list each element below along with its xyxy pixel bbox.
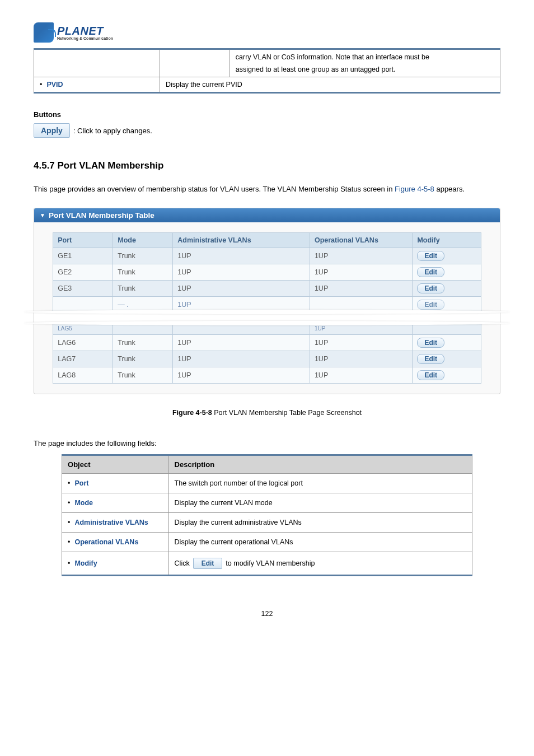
col-oper: Operational VLANs — [310, 232, 412, 248]
edit-button[interactable]: Edit — [417, 267, 444, 277]
modify-pre: Click — [175, 559, 190, 567]
apply-desc: : Click to apply changes. — [73, 127, 152, 135]
logo-tagline: Networking & Communication — [57, 36, 113, 40]
panel-title: Port VLAN Membership Table — [49, 211, 154, 220]
edit-button[interactable]: Edit — [417, 251, 444, 261]
cell-mode: Trunk — [113, 264, 173, 280]
fields-col-object: Object — [62, 455, 169, 473]
table-row: GE2Trunk1UP1UPEdit — [53, 264, 481, 280]
fields-row: •Administrative VLANsDisplay the current… — [62, 512, 472, 532]
cell-admin: 1UP — [173, 334, 310, 351]
cell-oper: 1UP — [310, 367, 412, 383]
membership-panel: ▼ Port VLAN Membership Table Port Mode A… — [34, 208, 500, 394]
field-desc: Display the current operational VLANs — [168, 532, 472, 552]
section-heading: 4.5.7 Port VLAN Membership — [34, 160, 500, 171]
cell-mode: Trunk — [113, 334, 173, 351]
cell-oper: 1UP — [310, 280, 412, 296]
cell-oper: 1UP — [310, 334, 412, 351]
buttons-heading: Buttons — [34, 110, 500, 119]
apply-button[interactable]: Apply — [34, 123, 70, 138]
modify-post: to modify VLAN membership — [226, 559, 315, 567]
cell-admin: 1UP — [173, 280, 310, 296]
desc-line2: assigned to at least one group as an unt… — [236, 66, 494, 73]
field-label: Mode — [74, 499, 93, 507]
field-label: Port — [74, 479, 88, 487]
col-mode: Mode — [113, 232, 173, 248]
edit-button[interactable]: Edit — [417, 354, 444, 364]
cell-oper: 1UP — [310, 248, 412, 264]
pvid-label: PVID — [46, 81, 63, 88]
fields-row: •ModeDisplay the current VLAN mode — [62, 493, 472, 512]
edit-button[interactable]: Edit — [417, 338, 444, 348]
cell-admin: 1UP — [173, 248, 310, 264]
cell-mode: Trunk — [113, 367, 173, 383]
cell-mode: Trunk — [113, 248, 173, 264]
page-number: 122 — [34, 610, 500, 618]
table-row: LAG8Trunk1UP1UPEdit — [53, 367, 481, 383]
cell-admin: 1UP — [173, 367, 310, 383]
cell-port: LAG7 — [53, 351, 113, 367]
edit-button[interactable]: Edit — [417, 370, 444, 380]
cell-mode: Trunk — [113, 351, 173, 367]
figure-caption: Figure 4-5-8 Port VLAN Membership Table … — [34, 409, 500, 417]
table-row: GE1Trunk1UP1UPEdit — [53, 248, 481, 264]
fields-row: •Operational VLANsDisplay the current op… — [62, 532, 472, 552]
cell-admin: 1UP — [173, 351, 310, 367]
cell-port: GE3 — [53, 280, 113, 296]
modify-label: Modify — [74, 559, 97, 567]
cell-admin: 1UP — [173, 264, 310, 280]
edit-button-inline[interactable]: Edit — [193, 558, 223, 569]
col-port: Port — [53, 232, 113, 248]
table-row: GE3Trunk1UP1UPEdit — [53, 280, 481, 296]
table-row: LAG6Trunk1UP1UPEdit — [53, 334, 481, 351]
edit-button[interactable]: Edit — [417, 283, 444, 293]
field-label: Operational VLANs — [74, 538, 138, 546]
fields-intro: The page includes the following fields: — [34, 439, 500, 447]
top-desc-table: carry VLAN or CoS information. Note that… — [34, 48, 500, 94]
desc-line1: carry VLAN or CoS information. Note that… — [236, 53, 494, 61]
fields-table: Object Description •PortThe switch port … — [62, 454, 472, 576]
vlan-table-top: Port Mode Administrative VLANs Operation… — [53, 232, 481, 312]
field-desc: Display the current administrative VLANs — [168, 512, 472, 532]
cell-port: GE1 — [53, 248, 113, 264]
torn-gap — [34, 311, 500, 324]
fields-col-desc: Description — [168, 455, 472, 473]
field-label: Administrative VLANs — [74, 519, 148, 526]
col-modify: Modify — [413, 232, 481, 248]
edit-button-fragment[interactable]: Edit — [417, 300, 444, 310]
logo-word: PLANET — [57, 25, 113, 36]
cell-port: LAG8 — [53, 367, 113, 383]
section-paragraph: This page provides an overview of member… — [34, 181, 500, 198]
pvid-desc: Display the current PVID — [160, 77, 500, 93]
cell-mode: Trunk — [113, 280, 173, 296]
field-desc: The switch port number of the logical po… — [168, 473, 472, 493]
logo: PLANET Networking & Communication — [34, 22, 500, 43]
cell-oper: 1UP — [310, 351, 412, 367]
chevron-down-icon: ▼ — [40, 212, 45, 218]
cell-port: GE2 — [53, 264, 113, 280]
field-desc: Display the current VLAN mode — [168, 493, 472, 512]
cell-oper: 1UP — [310, 264, 412, 280]
fields-row-modify: •Modify Click Edit to modify VLAN member… — [62, 552, 472, 575]
figure-ref: Figure 4-5-8 — [395, 185, 434, 193]
vlan-table-bottom: LAG5 1UP LAG6Trunk1UP1UPEditLAG7Trunk1UP… — [53, 323, 481, 384]
panel-header[interactable]: ▼ Port VLAN Membership Table — [34, 208, 500, 222]
cell-port: LAG6 — [53, 334, 113, 351]
logo-icon — [34, 22, 54, 43]
col-admin: Administrative VLANs — [173, 232, 310, 248]
fields-row: •PortThe switch port number of the logic… — [62, 473, 472, 493]
table-row: LAG7Trunk1UP1UPEdit — [53, 351, 481, 367]
